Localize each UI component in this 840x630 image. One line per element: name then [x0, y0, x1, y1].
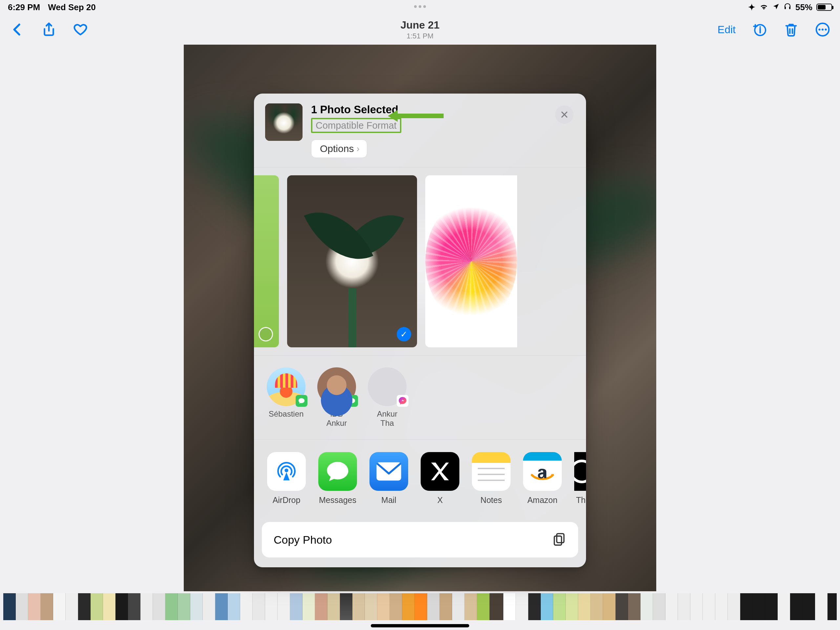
- photo-date: June 21: [400, 19, 439, 31]
- share-app-airdrop[interactable]: AirDrop: [267, 452, 306, 505]
- share-app-notes[interactable]: Notes: [472, 452, 510, 505]
- app-label: Th: [576, 495, 585, 505]
- share-app-x[interactable]: X: [421, 452, 459, 505]
- app-icon-partial: [574, 452, 586, 491]
- close-button[interactable]: [555, 105, 573, 124]
- notes-icon: [472, 452, 510, 491]
- delete-button[interactable]: [783, 22, 799, 37]
- share-actions: Copy Photo: [254, 514, 586, 567]
- selectable-photo[interactable]: [254, 175, 279, 347]
- share-sheet-header: 1 Photo Selected Compatible Format Optio…: [254, 93, 586, 167]
- info-button[interactable]: [752, 22, 767, 37]
- photo-selection-strip[interactable]: ✓: [254, 168, 586, 355]
- status-right: ✦ 55%: [748, 2, 832, 13]
- options-button[interactable]: Options ›: [311, 139, 367, 158]
- photo-time: 1:51 PM: [400, 32, 439, 40]
- contact-name: Sébastien: [269, 409, 304, 419]
- wifi-icon: [759, 2, 769, 13]
- svg-rect-9: [557, 534, 564, 543]
- messages-badge-icon: [296, 395, 308, 407]
- svg-rect-0: [785, 6, 786, 9]
- multitasking-dots[interactable]: [414, 5, 426, 8]
- selection-indicator-off[interactable]: [259, 327, 273, 342]
- app-label: AirDrop: [273, 495, 300, 505]
- chevron-right-icon: ›: [356, 144, 359, 154]
- annotation-arrow: [388, 113, 444, 119]
- messenger-badge-icon: [397, 395, 409, 407]
- share-app-more[interactable]: Th: [574, 452, 586, 505]
- favorite-button[interactable]: [73, 22, 88, 37]
- status-date: Wed Sep 20: [48, 2, 95, 13]
- more-button[interactable]: [815, 22, 830, 37]
- app-label: Messages: [319, 495, 356, 505]
- share-app-mail[interactable]: Mail: [369, 452, 408, 505]
- share-apps-row[interactable]: AirDrop Messages Mail X Notes: [254, 440, 586, 514]
- location-icon: [772, 2, 780, 13]
- copy-photo-action[interactable]: Copy Photo: [262, 522, 578, 557]
- back-button[interactable]: [10, 22, 25, 37]
- share-app-messages[interactable]: Messages: [318, 452, 357, 505]
- airdrop-icon: [267, 452, 306, 491]
- messages-icon: [318, 452, 357, 491]
- contact-name: iDB Ankur: [327, 409, 347, 427]
- copy-icon: [552, 532, 566, 548]
- toolbar-title: June 21 1:51 PM: [400, 19, 439, 40]
- options-label: Options: [320, 143, 354, 154]
- svg-point-7: [284, 469, 288, 472]
- selectable-photo[interactable]: [425, 175, 517, 347]
- photo-filmstrip[interactable]: [3, 593, 837, 620]
- home-indicator[interactable]: [371, 624, 469, 627]
- share-sheet: 1 Photo Selected Compatible Format Optio…: [254, 93, 586, 567]
- svg-rect-1: [789, 6, 791, 9]
- headphones-icon: [783, 2, 791, 13]
- mail-icon: [369, 452, 408, 491]
- edit-button[interactable]: Edit: [718, 24, 736, 36]
- share-contact[interactable]: Sébastien: [267, 367, 306, 427]
- battery-icon: [816, 4, 832, 11]
- selectable-photo[interactable]: ✓: [287, 175, 417, 347]
- battery-pct: 55%: [795, 2, 812, 13]
- avatar: [368, 367, 407, 406]
- svg-point-5: [822, 28, 824, 30]
- svg-rect-10: [554, 536, 561, 545]
- focus-icon: ✦: [748, 2, 755, 13]
- photo-viewer-toolbar: June 21 1:51 PM Edit: [0, 14, 840, 45]
- app-label: Amazon: [527, 495, 557, 505]
- status-bar: 6:29 PM Wed Sep 20 ✦ 55%: [0, 0, 840, 14]
- selected-photo-thumbnail: [265, 103, 303, 141]
- share-contacts-row[interactable]: Sébastien iDB Ankur Ankur Tha: [254, 356, 586, 439]
- x-icon: [421, 452, 459, 491]
- app-label: X: [437, 495, 443, 505]
- share-button[interactable]: [41, 22, 57, 37]
- amazon-icon: [523, 452, 562, 491]
- share-app-amazon[interactable]: Amazon: [523, 452, 562, 505]
- share-contact[interactable]: Ankur Tha: [368, 367, 407, 427]
- avatar: [267, 367, 305, 406]
- action-label: Copy Photo: [274, 533, 332, 546]
- selection-indicator-on[interactable]: ✓: [397, 327, 411, 342]
- share-contact[interactable]: iDB Ankur: [317, 367, 356, 427]
- avatar: [317, 367, 356, 406]
- svg-point-6: [825, 28, 827, 30]
- app-label: Mail: [381, 495, 396, 505]
- status-time: 6:29 PM: [8, 2, 40, 13]
- svg-point-4: [818, 28, 820, 30]
- contact-name: Ankur Tha: [377, 409, 398, 427]
- app-label: Notes: [480, 495, 502, 505]
- messages-badge-icon: [346, 395, 358, 407]
